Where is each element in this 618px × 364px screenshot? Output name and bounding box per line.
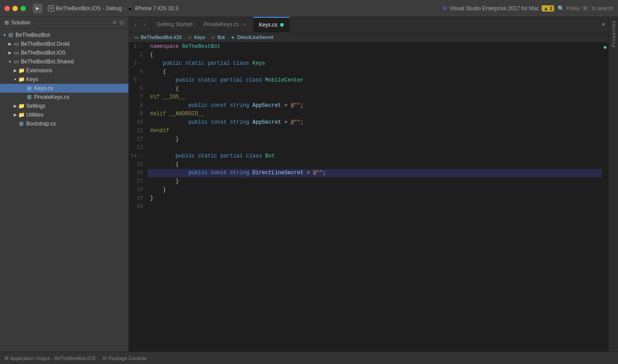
sidebar-title: ⊞ Solution <box>4 20 30 26</box>
line-num-6: 6 <box>129 85 147 93</box>
title-config: Debug <box>106 5 122 12</box>
tree-item-keyscs[interactable]: ▶ ⊞ Keys.cs <box>0 84 128 93</box>
file-icon: ⊞ <box>26 94 33 101</box>
folder-icon: 📁 <box>18 76 25 83</box>
tab-navigation: ‹ › <box>129 17 151 32</box>
title-device: iPhone 7 iOS 10.3 <box>135 5 178 12</box>
line-num-10: 10 <box>129 118 147 127</box>
arrow-icon: ▶ <box>12 103 18 109</box>
breadcrumb-label: Keys <box>194 35 205 40</box>
breadcrumb-label: DirectLineSecret <box>237 35 273 40</box>
code-line-19: } <box>147 194 602 203</box>
sidebar-controls: ✕ ⊡ <box>112 20 124 26</box>
fold-icon[interactable]: □ <box>138 154 143 159</box>
breadcrumb-label: Bot <box>218 35 225 40</box>
breadcrumb-directline[interactable]: ◈ DirectLineSecret <box>230 34 273 40</box>
play-button[interactable]: ▶ <box>33 4 43 13</box>
tab-label: PrivateKeys.cs <box>204 21 239 27</box>
dl-bc-icon: ◈ <box>230 34 236 40</box>
tree-label: Bootstrap.cs <box>26 121 56 127</box>
tab-keys-cs[interactable]: Keys.cs <box>254 17 289 32</box>
project-icon: ⊞ <box>48 5 54 12</box>
sidebar-expand-icon[interactable]: ⊡ <box>119 20 124 26</box>
code-line-13 <box>147 144 602 152</box>
tab-label: Keys.cs <box>259 22 277 28</box>
line-num-3: 3□ <box>129 59 147 68</box>
breadcrumb-keys-folder[interactable]: ◇ Keys <box>186 34 205 40</box>
line-numbers: 1□ 2 3□ 4 5□ 6 7 8 9 10 11 12 13 14□ 15 … <box>129 43 147 352</box>
tree-item-bootstrapcs[interactable]: ▶ ⊞ Bootstrap.cs <box>0 119 128 128</box>
maximize-button[interactable] <box>20 6 26 11</box>
tree-item-settings[interactable]: ▶ 📁 Settings <box>0 102 128 110</box>
line-num-14: 14□ <box>129 152 147 160</box>
search-icon: 🔍 <box>558 5 564 12</box>
breadcrumb-bot[interactable]: ◇ Bot <box>210 34 225 40</box>
code-line-18: } <box>147 186 602 194</box>
folder-icon: 📁 <box>18 102 25 110</box>
close-button[interactable] <box>4 6 10 11</box>
tree-label: Utilities <box>26 112 44 118</box>
line-num-20: 20 <box>129 203 147 211</box>
tree-item-shared[interactable]: ▾ ▭ BeTheBestBot.Shared <box>0 57 128 66</box>
tab-private-keys[interactable]: PrivateKeys.cs ✕ <box>198 17 254 32</box>
sidebar-title-label: Solution <box>11 20 30 26</box>
line-num-19: 19 <box>129 194 147 203</box>
code-line-2: { <box>147 51 602 59</box>
fold-icon[interactable]: □ <box>138 44 143 50</box>
search-bar[interactable]: 🔍 Press '⌘.' to search <box>558 5 614 12</box>
package-console-button[interactable]: ⊟ Package Console <box>103 355 147 361</box>
breadcrumb-bar: ▭ BeTheBestBot.iOS › ◇ Keys › ◇ Bot › ◈ … <box>129 32 608 43</box>
sidebar-close-icon[interactable]: ✕ <box>112 20 117 26</box>
tree-item-keys[interactable]: ▾ 📁 Keys <box>0 75 128 84</box>
editor-area: ‹ › Getting Started PrivateKeys.cs ✕ Key… <box>129 17 608 352</box>
search-placeholder: Press '⌘.' to search <box>566 5 614 12</box>
scrollbar[interactable] <box>602 43 608 352</box>
code-content[interactable]: namespace BeTheBestBot { public static p… <box>147 43 602 352</box>
file-tree: ▾ ⊟ BeTheBestBot ▶ ▭ BeTheBestBot.Droid … <box>0 29 128 352</box>
solution-icon: ⊟ <box>7 31 14 39</box>
code-line-6: { <box>147 85 602 93</box>
line-num-9: 9 <box>129 110 147 118</box>
tab-label: Getting Started <box>157 21 193 27</box>
arrow-icon: ▾ <box>7 59 12 64</box>
minimize-button[interactable] <box>12 6 18 11</box>
tree-label: PrivateKeys.cs <box>34 94 69 100</box>
fold-icon[interactable]: □ <box>138 78 143 83</box>
project-icon: ▭ <box>12 58 20 65</box>
tab-close-button[interactable]: ✕ <box>242 21 248 27</box>
code-line-17: } <box>147 177 602 186</box>
title-bar: ▶ ⊞ BeTheBestBot.iOS › Debug › 📱 iPhone … <box>0 0 618 17</box>
line-num-1: 1□ <box>129 43 147 51</box>
fold-icon[interactable]: □ <box>138 61 143 67</box>
tree-item-droid[interactable]: ▶ ▭ BeTheBestBot.Droid <box>0 39 128 48</box>
tab-getting-started[interactable]: Getting Started <box>151 17 198 32</box>
line-num-17: 17 <box>129 177 147 186</box>
code-line-15: { <box>147 160 602 169</box>
warning-badge[interactable]: ▲ 2 <box>542 5 554 12</box>
tab-next-button[interactable]: › <box>140 20 148 28</box>
code-line-11: #endif <box>147 127 602 135</box>
code-line-20 <box>147 203 602 211</box>
app-output-button[interactable]: ⊞ Application Output - BeTheBestBot.iOS <box>4 355 95 361</box>
breadcrumb-project[interactable]: ▭ BeTheBestBot.iOS <box>133 34 182 40</box>
tree-item-privatekeyscs[interactable]: ▶ ⊞ PrivateKeys.cs <box>0 93 128 102</box>
code-line-3: public static partial class Keys <box>147 59 602 68</box>
arrow-icon: ▾ <box>12 77 18 82</box>
tree-label: BeTheBestBot.Droid <box>21 41 69 47</box>
code-line-5: public static partial class MobileCenter <box>147 76 602 85</box>
line-num-15: 15 <box>129 160 147 169</box>
tree-item-root[interactable]: ▾ ⊟ BeTheBestBot <box>0 31 128 39</box>
code-editor[interactable]: 1□ 2 3□ 4 5□ 6 7 8 9 10 11 12 13 14□ 15 … <box>129 43 608 352</box>
breadcrumb-label: BeTheBestBot.iOS <box>141 35 182 40</box>
tabs-overflow-button[interactable]: ▾ <box>598 17 608 32</box>
tabs-bar: ‹ › Getting Started PrivateKeys.cs ✕ Key… <box>129 17 608 32</box>
tree-item-ios[interactable]: ▶ ▭ BeTheBestBot.iOS <box>0 48 128 57</box>
tree-item-extensions[interactable]: ▶ 📁 Extensions <box>0 66 128 75</box>
tree-item-utilities[interactable]: ▶ 📁 Utilities <box>0 110 128 119</box>
package-console-icon: ⊟ <box>103 355 107 361</box>
code-line-8: public const string AppSecret = @"" ; <box>147 102 602 110</box>
project-icon: ▭ <box>12 40 20 47</box>
project-bc-icon: ▭ <box>133 34 139 40</box>
tab-prev-button[interactable]: ‹ <box>131 20 139 28</box>
ide-name: Visual Studio Enterprise 2017 for Mac <box>450 5 539 12</box>
